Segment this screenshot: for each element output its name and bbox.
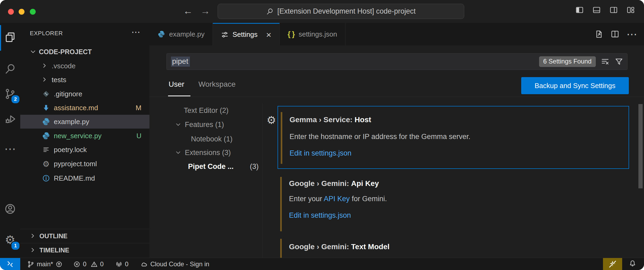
- json-braces-icon: { }: [288, 30, 295, 38]
- command-center[interactable]: [Extension Development Host] code-projec…: [218, 4, 464, 19]
- status-bar: main* 0 0 0 Cloud Code - Sign in: [0, 258, 644, 270]
- setting-description: Enter the hostname or IP address for the…: [290, 130, 470, 143]
- sparkle-slash-status-item[interactable]: [603, 258, 622, 270]
- warning-count: 0: [100, 260, 104, 268]
- toc-item-pipet-code[interactable]: Pipet Code ... (3): [188, 162, 259, 171]
- markdown-arrow-icon: [42, 104, 50, 112]
- edit-in-settings-json-link[interactable]: Edit in settings.json: [289, 209, 351, 222]
- tree-item-poetry-lock[interactable]: poetry.lock: [20, 143, 149, 157]
- cloud-code-status-item[interactable]: Cloud Code - Sign in: [140, 260, 209, 268]
- search-view-icon[interactable]: [0, 58, 20, 80]
- toc-item-features[interactable]: Features (1): [175, 121, 224, 129]
- edit-in-settings-json-link[interactable]: Edit in settings.json: [290, 146, 352, 160]
- traffic-zoom-button[interactable]: [30, 9, 36, 15]
- api-key-link[interactable]: API Key: [324, 195, 350, 203]
- tree-root-code-project[interactable]: CODE-PROJECT: [20, 45, 149, 59]
- explorer-sidebar: EXPLORER ⋯ CODE-PROJECT .vscode tests .g…: [20, 23, 150, 258]
- modified-indicator: [280, 239, 282, 258]
- toc-item-extensions[interactable]: Extensions (3): [175, 149, 231, 157]
- toggle-panel-icon[interactable]: [592, 6, 601, 14]
- explorer-more-actions-icon[interactable]: ⋯: [131, 27, 140, 37]
- settings-search-value: pipet: [171, 57, 190, 67]
- vscode-window: ← → [Extension Development Host] code-pr…: [0, 0, 644, 270]
- gear-file-icon: ⚙: [42, 160, 50, 168]
- notifications-bell-item[interactable]: [629, 259, 637, 269]
- setting-row-google-gemini-text-model[interactable]: Google › Gemini: Text Model: [278, 233, 629, 258]
- tab-settings[interactable]: Settings ×: [213, 23, 280, 45]
- setting-row-google-gemini-api-key[interactable]: Google › Gemini: Api Key Enter your API …: [278, 176, 629, 232]
- toc-item-text-editor[interactable]: Text Editor (2): [184, 106, 229, 115]
- account-icon: [4, 203, 16, 215]
- scope-tab-user[interactable]: User: [169, 80, 184, 89]
- files-icon: [4, 31, 16, 43]
- radio-tower-icon: [115, 261, 123, 268]
- back-icon[interactable]: ←: [182, 5, 194, 17]
- settings-search-input[interactable]: pipet 6 Settings Found: [166, 53, 627, 70]
- search-icon: [4, 63, 16, 75]
- toggle-primary-sidebar-icon[interactable]: [575, 6, 584, 14]
- tree-item-gitignore[interactable]: .gitignore: [20, 87, 149, 101]
- editor-area: example.py Settings × { } settings.json …: [149, 23, 644, 258]
- title-bar: ← → [Extension Development Host] code-pr…: [0, 0, 644, 23]
- setting-row-gemma-service-host[interactable]: Gemma › Service: Host Enter the hostname…: [278, 106, 629, 169]
- tab-example-py[interactable]: example.py: [149, 23, 213, 45]
- debug-icon: [4, 113, 16, 125]
- tree-item-example-py[interactable]: example.py: [20, 115, 149, 129]
- toc-divider: [262, 103, 263, 258]
- more-views-icon[interactable]: ⋯: [0, 138, 20, 159]
- tree-item-pyproject-toml[interactable]: ⚙ pyproject.toml: [20, 157, 149, 171]
- tree-item-new-service-py[interactable]: new_service.py U: [20, 129, 149, 143]
- timeline-section-header[interactable]: TIMELINE: [20, 244, 149, 257]
- setting-row-gear-icon[interactable]: ⚙: [267, 115, 276, 125]
- cloud-code-label: Cloud Code - Sign in: [150, 260, 209, 268]
- scm-badge: 2: [11, 94, 20, 104]
- modified-indicator: [281, 112, 282, 164]
- remote-indicator[interactable]: [0, 258, 20, 270]
- chevron-right-icon: [29, 247, 37, 254]
- customize-layout-icon[interactable]: [626, 6, 635, 14]
- publish-changes-icon: [55, 261, 63, 268]
- lock-file-lines-icon: [42, 146, 50, 154]
- git-untracked-badge: U: [136, 132, 141, 140]
- error-count: 0: [83, 260, 86, 268]
- close-tab-icon[interactable]: ×: [266, 30, 271, 39]
- forward-icon[interactable]: →: [199, 5, 211, 17]
- chevron-down-icon: [175, 121, 182, 129]
- open-settings-json-icon[interactable]: [594, 30, 604, 39]
- chevron-down-icon: [175, 149, 182, 157]
- outline-section-header[interactable]: OUTLINE: [20, 229, 149, 243]
- toggle-secondary-sidebar-icon[interactable]: [609, 6, 618, 14]
- modified-indicator: [280, 177, 282, 231]
- branch-name: main*: [37, 260, 53, 268]
- scope-tab-workspace[interactable]: Workspace: [198, 80, 236, 89]
- editor-more-actions-icon[interactable]: ⋯: [626, 28, 637, 40]
- tree-item-vscode-folder[interactable]: .vscode: [20, 59, 149, 73]
- ports-status-item[interactable]: 0: [115, 260, 128, 268]
- split-editor-icon[interactable]: [610, 30, 619, 39]
- backup-sync-settings-button[interactable]: Backup and Sync Settings: [521, 77, 629, 94]
- tree-item-tests-folder[interactable]: tests: [20, 73, 149, 87]
- cloud-icon: [140, 260, 148, 268]
- manage-settings-icon[interactable]: ⚙ 1: [0, 229, 20, 251]
- run-debug-view-icon[interactable]: [0, 108, 20, 130]
- branch-status-item[interactable]: main*: [27, 260, 63, 268]
- bell-icon: [629, 259, 637, 267]
- toc-item-notebook[interactable]: Notebook (1): [191, 135, 233, 143]
- problems-status-item[interactable]: 0 0: [73, 260, 104, 268]
- traffic-close-button[interactable]: [8, 9, 14, 15]
- explorer-view-icon[interactable]: [0, 27, 20, 48]
- settings-header-divider: [149, 97, 644, 97]
- git-branch-icon: [27, 261, 34, 268]
- filter-settings-icon[interactable]: [614, 57, 623, 66]
- tree-item-readme-md[interactable]: README.md: [20, 171, 149, 185]
- settings-found-badge: 6 Settings Found: [539, 56, 596, 67]
- tab-settings-json[interactable]: { } settings.json: [280, 23, 345, 45]
- chevron-down-icon: [29, 48, 37, 55]
- settings-scrollbar[interactable]: [638, 104, 643, 188]
- clear-search-filters-icon[interactable]: [601, 57, 610, 66]
- chevron-right-icon: [29, 232, 37, 240]
- accounts-icon[interactable]: [0, 198, 20, 220]
- source-control-view-icon[interactable]: 2: [0, 83, 20, 105]
- traffic-minimize-button[interactable]: [19, 9, 25, 15]
- tree-item-assistance-md[interactable]: assistance.md M: [20, 101, 149, 115]
